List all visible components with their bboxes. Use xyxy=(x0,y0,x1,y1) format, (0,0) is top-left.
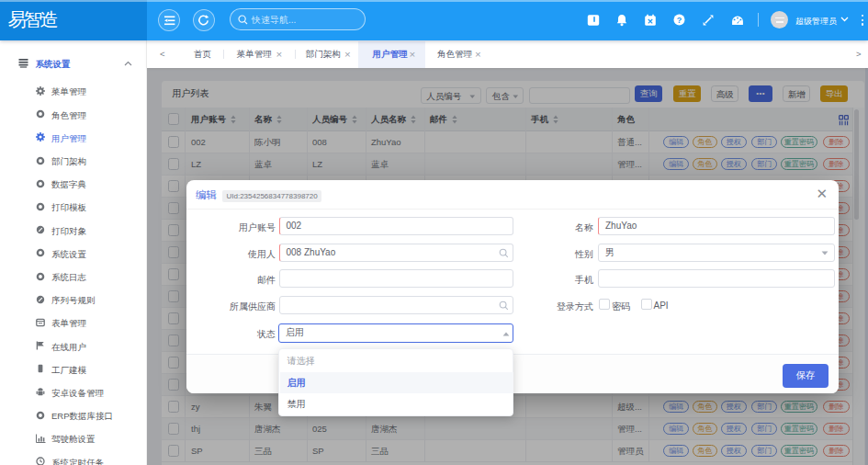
svg-text:?: ? xyxy=(677,16,682,25)
